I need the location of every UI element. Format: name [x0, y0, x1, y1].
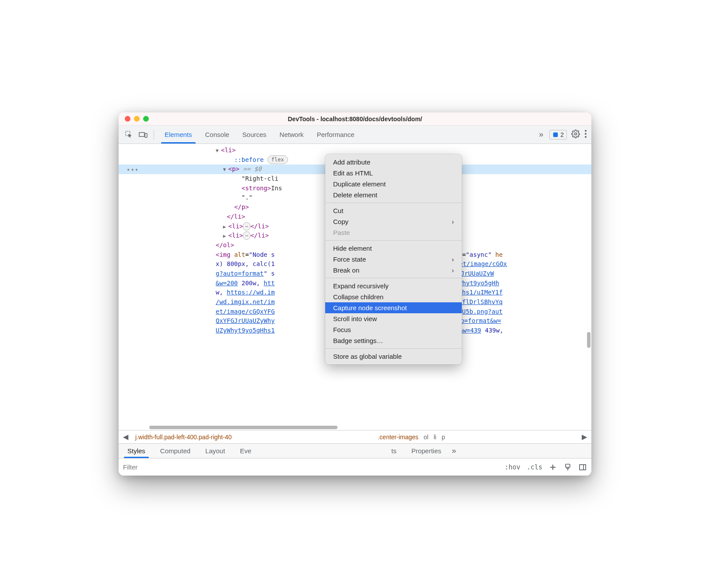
breadcrumb-right-arrow-icon[interactable]: ▶: [580, 433, 589, 441]
traffic-lights: [125, 116, 149, 122]
minimize-window-button[interactable]: [134, 116, 140, 122]
context-menu-item[interactable]: Break on›: [325, 265, 462, 276]
kebab-menu-icon[interactable]: [584, 130, 587, 140]
context-menu-item[interactable]: Expand recursively: [325, 280, 462, 291]
context-menu-item: Paste: [325, 227, 462, 238]
context-menu-separator: [325, 240, 462, 241]
context-menu-separator: [325, 348, 462, 349]
context-menu-separator: [325, 278, 462, 278]
tab-sources[interactable]: Sources: [236, 126, 273, 144]
subtab-properties[interactable]: Properties: [405, 444, 447, 458]
hov-toggle[interactable]: :hov: [505, 463, 520, 471]
context-menu-item[interactable]: Add attribute: [325, 157, 462, 168]
context-menu-label: Copy: [333, 218, 348, 225]
horizontal-scrollbar[interactable]: [149, 426, 337, 429]
tab-elements[interactable]: Elements: [158, 126, 198, 144]
panel-tabs: Elements Console Sources Network Perform…: [158, 126, 361, 144]
cls-toggle[interactable]: .cls: [527, 463, 542, 471]
context-menu-item[interactable]: Duplicate element: [325, 178, 462, 189]
zoom-window-button[interactable]: [143, 116, 149, 122]
titlebar: DevTools - localhost:8080/docs/devtools/…: [119, 112, 591, 126]
paint-brush-icon[interactable]: [563, 463, 572, 472]
svg-rect-8: [566, 464, 570, 467]
breadcrumb-left-arrow-icon[interactable]: ◀: [121, 433, 130, 441]
svg-rect-3: [553, 132, 558, 137]
breadcrumb-item[interactable]: .center-images: [378, 434, 418, 441]
context-menu-item[interactable]: Edit as HTML: [325, 168, 462, 178]
breadcrumb: ◀ j.width-full.pad-left-400.pad-right-40…: [119, 430, 591, 443]
context-menu-label: Store as global variable: [333, 353, 402, 360]
context-menu-label: Delete element: [333, 191, 377, 199]
context-menu-item[interactable]: Force state›: [325, 254, 462, 265]
filter-input[interactable]: [123, 463, 219, 471]
submenu-arrow-icon: ›: [452, 218, 454, 225]
filter-tools: :hov .cls: [505, 463, 587, 472]
styles-tabs: Styles Computed Layout Eve ts Properties…: [119, 443, 591, 458]
context-menu-item[interactable]: Capture node screenshot: [325, 302, 462, 313]
subtab-computed[interactable]: Computed: [154, 444, 197, 458]
svg-rect-1: [139, 133, 144, 136]
context-menu-item[interactable]: Focus: [325, 324, 462, 335]
collapsed-ellipsis-icon[interactable]: ⋯: [243, 222, 250, 231]
context-menu-item[interactable]: Hide element: [325, 243, 462, 254]
submenu-arrow-icon: ›: [452, 256, 454, 263]
subtab-trailing[interactable]: ts: [385, 444, 403, 458]
breadcrumb-item[interactable]: li: [434, 434, 436, 441]
subtab-styles[interactable]: Styles: [121, 444, 151, 458]
context-menu-item[interactable]: Scroll into view: [325, 313, 462, 324]
issues-count: 2: [560, 131, 564, 138]
context-menu: Add attributeEdit as HTMLDuplicate eleme…: [325, 154, 462, 364]
context-menu-label: Edit as HTML: [333, 169, 373, 177]
context-menu-item[interactable]: Delete element: [325, 189, 462, 200]
context-menu-item[interactable]: Store as global variable: [325, 351, 462, 362]
device-toolbar-icon[interactable]: [137, 129, 149, 141]
context-menu-item[interactable]: Copy›: [325, 216, 462, 227]
tab-performance[interactable]: Performance: [311, 126, 361, 144]
tab-console[interactable]: Console: [199, 126, 235, 144]
context-menu-label: Capture node screenshot: [333, 304, 407, 312]
more-tabs-button[interactable]: »: [537, 130, 545, 139]
context-menu-label: Collapse children: [333, 293, 383, 301]
issues-badge[interactable]: 2: [549, 130, 567, 140]
vertical-scrollbar[interactable]: [587, 332, 590, 348]
window-title: DevTools - localhost:8080/docs/devtools/…: [119, 116, 591, 122]
devtools-window: DevTools - localhost:8080/docs/devtools/…: [119, 112, 591, 476]
subtabs-more-icon[interactable]: »: [452, 446, 456, 455]
settings-gear-icon[interactable]: [571, 130, 580, 140]
subtab-layout[interactable]: Layout: [199, 444, 231, 458]
breadcrumb-item[interactable]: p: [442, 434, 445, 441]
context-menu-label: Paste: [333, 229, 350, 236]
context-menu-label: Duplicate element: [333, 180, 386, 188]
context-menu-label: Badge settings…: [333, 337, 383, 344]
context-menu-item[interactable]: Badge settings…: [325, 335, 462, 346]
svg-point-5: [585, 130, 587, 132]
context-menu-label: Scroll into view: [333, 315, 377, 322]
svg-point-7: [585, 136, 587, 138]
context-menu-label: Add attribute: [333, 158, 370, 166]
flex-badge[interactable]: flex: [267, 155, 288, 164]
submenu-arrow-icon: ›: [452, 267, 454, 274]
computed-sidebar-icon[interactable]: [578, 463, 587, 472]
tab-network[interactable]: Network: [274, 126, 310, 144]
svg-rect-9: [580, 465, 586, 470]
context-menu-label: Force state: [333, 256, 366, 263]
subtab-event-listeners[interactable]: Eve: [234, 444, 257, 458]
context-menu-label: Cut: [333, 207, 343, 214]
breadcrumb-item[interactable]: ol: [424, 434, 429, 441]
breadcrumb-item[interactable]: j.width-full.pad-left-400.pad-right-40: [135, 434, 232, 441]
svg-point-6: [585, 133, 587, 135]
svg-rect-2: [145, 133, 147, 137]
toolbar-separator: [154, 130, 154, 140]
context-menu-label: Expand recursively: [333, 282, 389, 290]
context-menu-item[interactable]: Collapse children: [325, 291, 462, 302]
new-style-rule-icon[interactable]: [548, 463, 557, 472]
styles-filter-row: :hov .cls: [119, 458, 591, 476]
context-menu-item[interactable]: Cut: [325, 205, 462, 216]
context-menu-label: Break on: [333, 266, 359, 274]
context-menu-separator: [325, 203, 462, 203]
collapsed-ellipsis-icon[interactable]: ⋯: [243, 231, 250, 240]
gutter-ellipsis-icon[interactable]: •••: [127, 165, 139, 175]
close-window-button[interactable]: [125, 116, 130, 122]
context-menu-label: Hide element: [333, 245, 372, 252]
inspect-icon[interactable]: [123, 129, 135, 141]
